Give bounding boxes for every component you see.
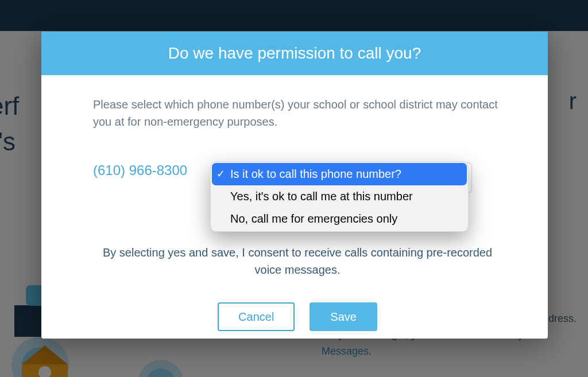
dropdown-option-label: Yes, it's ok to call me at this number — [230, 190, 413, 203]
permission-select-wrap: ✓ Is it ok to call this phone number? Ye… — [214, 162, 502, 193]
consent-text: By selecting yes and save, I consent to … — [93, 244, 502, 278]
phone-row: (610) 966-8300 ✓ Is it ok to call this p… — [93, 162, 502, 193]
dropdown-option-label: Is it ok to call this phone number? — [230, 168, 401, 180]
modal-body: Please select which phone number(s) your… — [41, 75, 548, 343]
modal-instruction: Please select which phone number(s) your… — [93, 96, 502, 130]
modal-buttons: Cancel Save — [93, 302, 502, 331]
modal-title: Do we have permission to call you? — [41, 32, 548, 75]
permission-modal: Do we have permission to call you? Pleas… — [41, 32, 548, 339]
dropdown-option-yes[interactable]: Yes, it's ok to call me at this number — [212, 185, 467, 208]
cancel-button[interactable]: Cancel — [218, 302, 295, 331]
phone-number-label: (610) 966-8300 — [93, 162, 214, 178]
dropdown-option-no[interactable]: No, call me for emergencies only — [212, 208, 467, 230]
dropdown-option-label: No, call me for emergencies only — [230, 212, 397, 225]
permission-dropdown: ✓ Is it ok to call this phone number? Ye… — [210, 161, 469, 232]
check-icon: ✓ — [216, 168, 225, 180]
save-button[interactable]: Save — [310, 302, 377, 331]
dropdown-option-prompt[interactable]: ✓ Is it ok to call this phone number? — [212, 163, 467, 185]
